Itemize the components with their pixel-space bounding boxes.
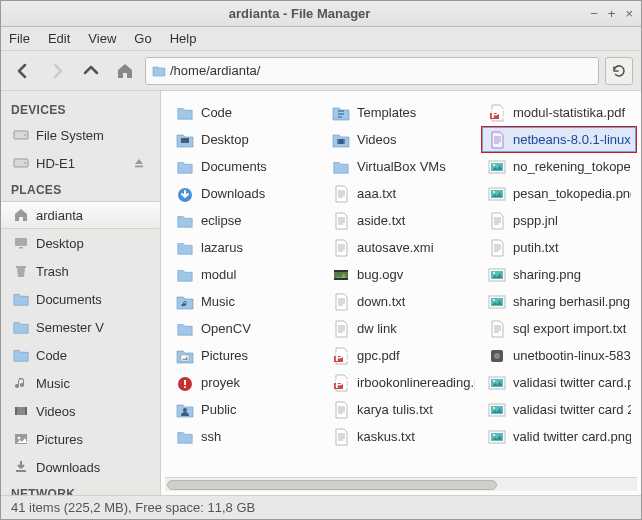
file-item[interactable]: modul	[169, 261, 325, 288]
folder-video-icon	[331, 130, 351, 150]
file-item[interactable]: netbeans-8.0.1-linux.sh	[481, 126, 637, 153]
file-item[interactable]: lazarus	[169, 234, 325, 261]
back-button[interactable]	[9, 57, 37, 85]
file-item[interactable]: valid twitter card.png	[481, 423, 637, 450]
file-item[interactable]: Videos	[325, 126, 481, 153]
text-icon	[331, 211, 351, 231]
file-item[interactable]: Documents	[169, 153, 325, 180]
svg-rect-22	[337, 139, 339, 144]
file-item[interactable]: PDFirbookonlinereading.pdf	[325, 369, 481, 396]
minimize-button[interactable]: −	[590, 6, 598, 21]
scrollbar-thumb[interactable]	[167, 480, 497, 490]
path-entry[interactable]	[145, 57, 599, 85]
file-item[interactable]: Templates	[325, 99, 481, 126]
sidebar-item-semester-v[interactable]: Semester V	[1, 313, 160, 341]
sidebar-item-downloads[interactable]: Downloads	[1, 453, 160, 481]
status-text: 41 items (225,2 MB), Free space: 11,8 GB	[11, 500, 255, 515]
menu-edit[interactable]: Edit	[48, 31, 70, 46]
file-item[interactable]: validasi twitter card.png	[481, 369, 637, 396]
forward-button[interactable]	[43, 57, 71, 85]
sidebar-item-label: Semester V	[36, 320, 149, 335]
file-item[interactable]: no_rekening_tokopedia.png	[481, 153, 637, 180]
file-label: eclipse	[201, 213, 241, 228]
svg-rect-18	[184, 380, 186, 385]
file-item[interactable]: dw link	[325, 315, 481, 342]
file-label: proyek	[201, 375, 240, 390]
file-item[interactable]: Code	[169, 99, 325, 126]
main-body: DEVICES File SystemHD-E1 PLACES ardianta…	[1, 91, 641, 495]
file-label: Videos	[357, 132, 397, 147]
folder-icon	[12, 290, 30, 308]
file-item[interactable]: Public	[169, 396, 325, 423]
home-button[interactable]	[111, 57, 139, 85]
file-item[interactable]: karya tulis.txt	[325, 396, 481, 423]
file-item[interactable]: sharing berhasil.png	[481, 288, 637, 315]
file-label: unetbootin-linux-583	[513, 348, 631, 363]
file-item[interactable]: validasi twitter card 2.png	[481, 396, 637, 423]
file-item[interactable]: pesan_tokopedia.png	[481, 180, 637, 207]
video-icon	[12, 402, 30, 420]
sidebar-item-code[interactable]: Code	[1, 341, 160, 369]
image-icon	[487, 292, 507, 312]
file-item[interactable]: Desktop	[169, 126, 325, 153]
file-item[interactable]: aside.txt	[325, 207, 481, 234]
file-item[interactable]: unetbootin-linux-583	[481, 342, 637, 369]
close-button[interactable]: ×	[625, 6, 633, 21]
up-button[interactable]	[77, 57, 105, 85]
sidebar-item-pictures[interactable]: Pictures	[1, 425, 160, 453]
file-label: Public	[201, 402, 236, 417]
file-item[interactable]: pspp.jnl	[481, 207, 637, 234]
text-icon	[331, 184, 351, 204]
sidebar-item-hd-e1[interactable]: HD-E1	[1, 149, 160, 177]
file-item[interactable]: sharing.png	[481, 261, 637, 288]
folder-icon	[175, 265, 195, 285]
sidebar-item-videos[interactable]: Videos	[1, 397, 160, 425]
arrow-up-icon	[81, 61, 101, 81]
drive-icon	[12, 126, 30, 144]
sidebar-item-documents[interactable]: Documents	[1, 285, 160, 313]
eject-icon[interactable]	[133, 157, 149, 169]
menu-bar: File Edit View Go Help	[1, 27, 641, 51]
file-view[interactable]: CodeDesktopDocumentsDownloadseclipselaza…	[161, 91, 641, 477]
sidebar-item-trash[interactable]: Trash	[1, 257, 160, 285]
svg-point-3	[24, 162, 26, 164]
svg-rect-25	[334, 270, 348, 272]
file-item[interactable]: VirtualBox VMs	[325, 153, 481, 180]
file-item[interactable]: ssh	[169, 423, 325, 450]
menu-file[interactable]: File	[9, 31, 30, 46]
file-item[interactable]: autosave.xmi	[325, 234, 481, 261]
file-item[interactable]: PDFgpc.pdf	[325, 342, 481, 369]
file-item[interactable]: kaskus.txt	[325, 423, 481, 450]
file-item[interactable]: Pictures	[169, 342, 325, 369]
file-item[interactable]: eclipse	[169, 207, 325, 234]
sidebar-item-ardianta[interactable]: ardianta	[1, 201, 160, 229]
file-label: sharing.png	[513, 267, 581, 282]
file-item[interactable]: aaa.txt	[325, 180, 481, 207]
sidebar-item-music[interactable]: Music	[1, 369, 160, 397]
svg-point-55	[493, 434, 495, 436]
path-field[interactable]	[170, 63, 592, 78]
file-item[interactable]: proyek	[169, 369, 325, 396]
file-label: no_rekening_tokopedia.png	[513, 159, 631, 174]
file-item[interactable]: sql export import.txt	[481, 315, 637, 342]
sidebar-item-file-system[interactable]: File System	[1, 121, 160, 149]
text-icon	[487, 238, 507, 258]
reload-button[interactable]	[605, 57, 633, 85]
text-icon	[487, 211, 507, 231]
file-item[interactable]: bug.ogv	[325, 261, 481, 288]
file-item[interactable]: PDFmodul-statistika.pdf	[481, 99, 637, 126]
svg-rect-10	[25, 407, 27, 415]
menu-view[interactable]: View	[88, 31, 116, 46]
drive-icon	[12, 154, 30, 172]
menu-go[interactable]: Go	[134, 31, 151, 46]
devices-header: DEVICES	[1, 97, 160, 121]
file-item[interactable]: Downloads	[169, 180, 325, 207]
maximize-button[interactable]: +	[608, 6, 616, 21]
sidebar-item-desktop[interactable]: Desktop	[1, 229, 160, 257]
menu-help[interactable]: Help	[170, 31, 197, 46]
file-item[interactable]: Music	[169, 288, 325, 315]
file-item[interactable]: down.txt	[325, 288, 481, 315]
file-item[interactable]: OpenCV	[169, 315, 325, 342]
horizontal-scrollbar[interactable]	[165, 477, 637, 491]
file-item[interactable]: putih.txt	[481, 234, 637, 261]
